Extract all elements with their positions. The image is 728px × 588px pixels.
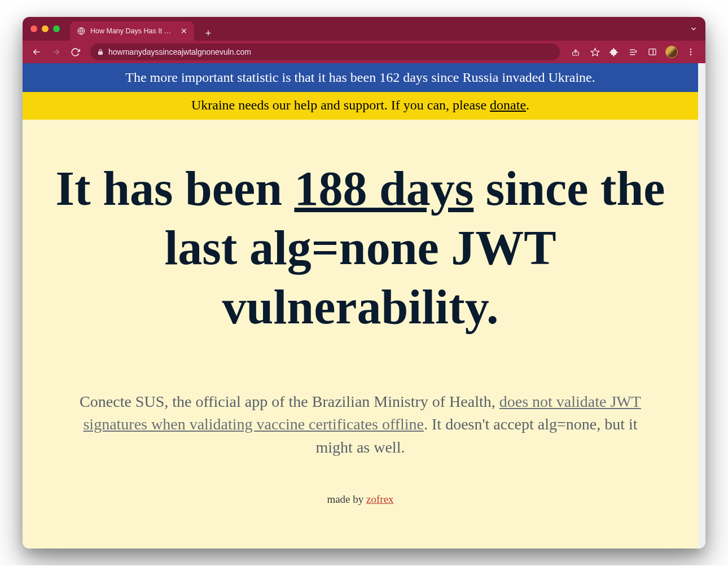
ukraine-help-prefix: Ukraine needs our help and support. If y… [191,98,490,112]
credit-prefix: made by [327,493,366,505]
address-bar[interactable]: howmanydayssinceajwtalgnonevuln.com [90,43,560,60]
vulnerability-description: Conecte SUS, the official app of the Bra… [67,390,654,459]
ukraine-banner-yellow: Ukraine needs our help and support. If y… [23,92,698,120]
avatar-icon [665,46,678,58]
headline: It has been 188 days since the last alg=… [40,159,681,337]
svg-rect-3 [649,49,656,55]
toolbar: howmanydayssinceajwtalgnonevuln.com [23,41,705,63]
back-button[interactable] [28,43,45,60]
reading-list-icon[interactable] [624,43,642,60]
days-count-link[interactable]: 188 days [294,161,473,216]
extensions-icon[interactable] [605,43,623,60]
svg-point-6 [690,51,692,53]
titlebar: How Many Days Has It Been Si ✕ + [23,17,705,41]
svg-marker-2 [591,48,599,55]
browser-window: How Many Days Has It Been Si ✕ + howmany… [23,17,705,548]
bookmark-star-icon[interactable] [586,43,604,60]
headline-prefix: It has been [56,161,295,216]
profile-avatar[interactable] [663,43,681,60]
main-area: It has been 188 days since the last alg=… [23,120,698,548]
new-tab-button[interactable]: + [201,26,216,41]
tab-close-button[interactable]: ✕ [179,27,188,35]
window-minimize-button[interactable] [42,25,49,32]
credit-line: made by zofrex [327,493,393,506]
lock-icon [97,49,104,55]
description-part1: Conecte SUS, the official app of the Bra… [80,393,499,410]
menu-button[interactable] [682,43,700,60]
ukraine-help-suffix: . [526,98,529,112]
vertical-scrollbar[interactable] [698,63,705,548]
ukraine-banner-blue: The more important statistic is that it … [23,63,698,92]
svg-point-7 [690,54,692,55]
author-link[interactable]: zofrex [366,493,394,505]
window-close-button[interactable] [30,25,37,32]
window-maximize-button[interactable] [53,25,60,32]
reload-button[interactable] [67,43,84,60]
viewport: The more important statistic is that it … [23,63,705,548]
ukraine-stat-text: The more important statistic is that it … [125,70,595,85]
url-text: howmanydayssinceajwtalgnonevuln.com [108,47,553,56]
panel-icon[interactable] [643,43,661,60]
browser-tab-active[interactable]: How Many Days Has It Been Si ✕ [70,21,194,41]
forward-button[interactable] [47,43,64,60]
toolbar-right [567,43,700,60]
donate-link[interactable]: donate [490,98,526,112]
window-controls [30,25,60,32]
globe-icon [77,27,86,36]
share-icon[interactable] [567,43,585,60]
tab-strip: How Many Days Has It Been Si ✕ + [70,17,216,41]
page-content: The more important statistic is that it … [23,63,698,548]
svg-point-5 [690,49,692,50]
chevron-down-icon[interactable] [690,25,698,33]
tab-title: How Many Days Has It Been Si [90,27,175,35]
